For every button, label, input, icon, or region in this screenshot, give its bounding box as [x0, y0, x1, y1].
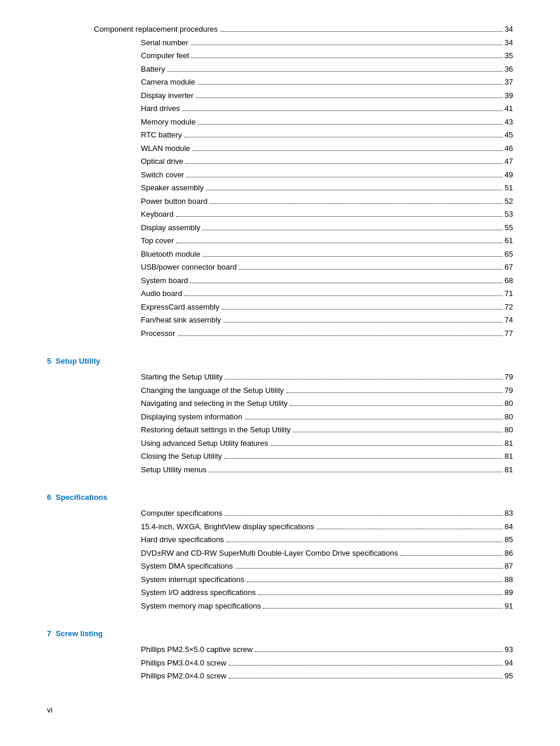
toc-entry: Computer specifications 83 [47, 508, 513, 519]
toc-entry-text: RTC battery [141, 129, 182, 141]
toc-entry: Changing the language of the Setup Utili… [47, 385, 513, 396]
toc-page: 80 [505, 398, 513, 409]
chapter5-number: 5 [47, 357, 51, 365]
toc-entry: Phillips PM2.0×4.0 screw 95 [47, 670, 513, 682]
toc-entry: Serial number 34 [47, 37, 513, 49]
toc-page: 87 [505, 560, 513, 572]
toc-entry-text: Bluetooth module [141, 248, 200, 260]
toc-page: 51 [505, 182, 513, 194]
toc-page: 81 [505, 464, 513, 476]
component-section: Component replacement procedures 34 Seri… [47, 23, 513, 339]
toc-entry: Using advanced Setup Utility features 81 [47, 438, 513, 449]
toc-page: 93 [505, 644, 513, 656]
toc-page: 34 [505, 23, 513, 35]
toc-dots [247, 582, 502, 582]
toc-dots [203, 256, 502, 257]
toc-dots [229, 665, 502, 666]
toc-entry: Setup Utility menus 81 [47, 464, 513, 476]
toc-content: Component replacement procedures 34 Seri… [47, 23, 513, 682]
chapter6-section: 6 Specifications Computer specifications… [47, 493, 513, 611]
toc-entry-text: System I/O address specifications [141, 587, 256, 599]
toc-entry-text: USB/power connector board [141, 261, 237, 273]
toc-entry-text: System DMA specifications [141, 560, 233, 572]
toc-dots [229, 678, 502, 678]
toc-entry-text: Serial number [141, 37, 188, 49]
toc-entry-text: Component replacement procedures [94, 23, 218, 35]
toc-entry-text: Using advanced Setup Utility features [141, 438, 268, 449]
toc-dots [176, 216, 502, 217]
toc-entry-text: Switch cover [141, 169, 184, 181]
toc-page: 88 [505, 574, 513, 586]
toc-dots [190, 283, 502, 283]
toc-entry-text: Hard drive specifications [141, 534, 224, 546]
toc-page: 47 [505, 156, 513, 167]
toc-entry-text: 15.4-inch, WXGA, BrightView display spec… [141, 521, 314, 533]
toc-dots [224, 322, 502, 322]
toc-dots [209, 472, 502, 472]
toc-page: 34 [505, 37, 513, 49]
toc-entry-text: System memory map specifications [141, 600, 261, 612]
toc-entry-text: Fan/heat sink assembly [141, 314, 221, 326]
toc-entry: Bluetooth module 65 [47, 248, 513, 260]
toc-dots [225, 379, 502, 379]
toc-entry-text: Starting the Setup Utility [141, 371, 222, 383]
toc-dots [198, 84, 502, 85]
toc-page: 41 [505, 103, 513, 115]
toc-page: 71 [505, 288, 513, 300]
toc-entry: Display assembly 55 [47, 222, 513, 234]
toc-entry-text: Computer specifications [141, 508, 222, 519]
toc-dots [167, 71, 502, 72]
toc-entry-text: Battery [141, 63, 165, 75]
toc-entry: System board 68 [47, 275, 513, 287]
page-footer: vi [47, 705, 513, 714]
toc-entry: Optical drive 47 [47, 156, 513, 167]
toc-dots [400, 555, 502, 556]
toc-dots [263, 608, 502, 609]
toc-page: 43 [505, 116, 513, 128]
toc-dots [198, 124, 502, 125]
toc-page: 53 [505, 209, 513, 220]
toc-entry: DVD±RW and CD-RW SuperMulti Double-Layer… [47, 547, 513, 559]
toc-entry-text: Optical drive [141, 156, 183, 167]
toc-entry: System interrupt specifications 88 [47, 574, 513, 586]
toc-entry: USB/power connector board 67 [47, 261, 513, 273]
toc-page: 89 [505, 587, 513, 599]
chapter6-heading: 6 Specifications [47, 493, 513, 502]
toc-dots [286, 392, 502, 393]
toc-entry: Keyboard 53 [47, 209, 513, 220]
toc-entry: Battery 36 [47, 63, 513, 75]
toc-entry: Switch cover 49 [47, 169, 513, 181]
toc-entry: System I/O address specifications 89 [47, 587, 513, 599]
toc-page: 74 [505, 314, 513, 326]
toc-entry-text: Changing the language of the Setup Utili… [141, 385, 284, 396]
toc-dots [178, 335, 502, 336]
toc-page: 67 [505, 261, 513, 273]
toc-page: 94 [505, 657, 513, 669]
toc-dots [184, 137, 502, 137]
toc-dots [185, 163, 502, 164]
toc-entry-text: Top cover [141, 235, 174, 247]
toc-dots [225, 515, 502, 516]
toc-entry: Closing the Setup Utility 81 [47, 451, 513, 462]
toc-entry: 15.4-inch, WXGA, BrightView display spec… [47, 521, 513, 533]
toc-dots [206, 190, 502, 190]
toc-dots [316, 529, 502, 529]
toc-page: 35 [505, 50, 513, 62]
toc-page: 45 [505, 129, 513, 141]
toc-page: 52 [505, 196, 513, 207]
toc-entry: System memory map specifications 91 [47, 600, 513, 612]
toc-page: 49 [505, 169, 513, 181]
toc-entry-text: Closing the Setup Utility [141, 451, 222, 462]
toc-entry: Fan/heat sink assembly 74 [47, 314, 513, 326]
toc-dots [245, 419, 502, 419]
toc-entry: RTC battery 45 [47, 129, 513, 141]
toc-dots [220, 31, 502, 32]
toc-entry: Camera module 37 [47, 76, 513, 88]
toc-dots [258, 594, 502, 595]
toc-entry-text: System interrupt specifications [141, 574, 244, 586]
toc-entry-text: Processor [141, 328, 176, 340]
toc-entry: Hard drive specifications 85 [47, 534, 513, 546]
toc-entry: ExpressCard assembly 72 [47, 301, 513, 313]
toc-dots [182, 110, 502, 111]
toc-dots [255, 651, 502, 652]
